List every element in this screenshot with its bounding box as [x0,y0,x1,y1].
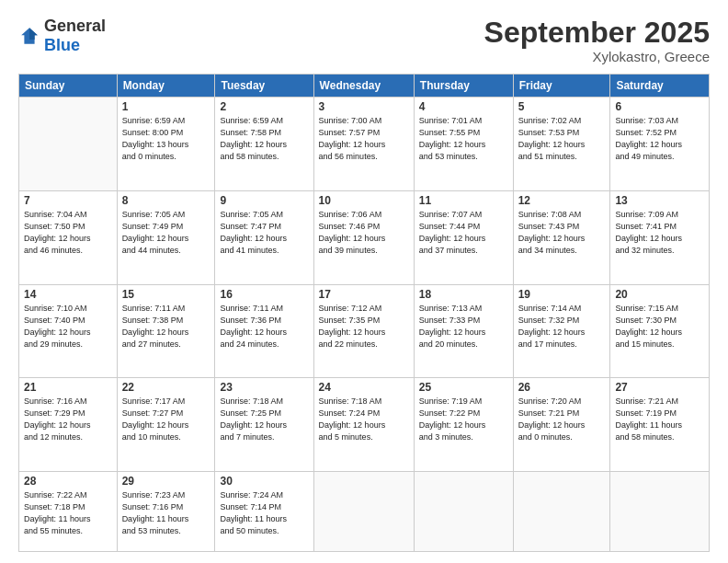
day-number: 23 [220,381,308,394]
location: Xylokastro, Greece [484,49,710,64]
table-row: 23Sunrise: 7:18 AM Sunset: 7:25 PM Dayli… [215,378,313,472]
day-number: 18 [419,288,508,301]
day-number: 11 [419,194,508,207]
day-number: 27 [615,381,704,394]
table-row: 28Sunrise: 7:22 AM Sunset: 7:18 PM Dayli… [19,472,118,552]
day-number: 14 [24,288,112,301]
logo-text: General Blue [44,17,106,55]
table-row: 9Sunrise: 7:05 AM Sunset: 7:47 PM Daylig… [215,190,313,284]
cell-info: Sunrise: 7:08 AM Sunset: 7:43 PM Dayligh… [518,209,606,257]
cell-info: Sunrise: 7:00 AM Sunset: 7:57 PM Dayligh… [319,115,409,163]
day-number: 20 [615,288,704,301]
cell-info: Sunrise: 6:59 AM Sunset: 8:00 PM Dayligh… [122,115,210,163]
table-row [610,472,710,552]
cell-info: Sunrise: 7:05 AM Sunset: 7:49 PM Dayligh… [122,209,210,257]
day-number: 10 [319,194,409,207]
month-title: September 2025 [484,17,710,49]
cell-info: Sunrise: 7:18 AM Sunset: 7:25 PM Dayligh… [220,396,308,443]
cell-info: Sunrise: 7:12 AM Sunset: 7:35 PM Dayligh… [319,303,409,350]
cell-info: Sunrise: 7:17 AM Sunset: 7:27 PM Dayligh… [122,396,210,443]
day-number: 30 [220,475,308,488]
day-number: 2 [220,100,308,113]
logo-icon [18,25,40,47]
cell-info: Sunrise: 7:23 AM Sunset: 7:16 PM Dayligh… [122,489,210,537]
table-row: 21Sunrise: 7:16 AM Sunset: 7:29 PM Dayli… [19,378,118,472]
table-row: 1Sunrise: 6:59 AM Sunset: 8:00 PM Daylig… [117,98,215,191]
calendar-table: Sunday Monday Tuesday Wednesday Thursday… [18,74,710,552]
cell-info: Sunrise: 7:11 AM Sunset: 7:36 PM Dayligh… [220,303,308,350]
col-saturday: Saturday [610,75,710,98]
day-number: 25 [419,381,508,394]
cell-info: Sunrise: 7:14 AM Sunset: 7:32 PM Dayligh… [518,303,606,350]
cell-info: Sunrise: 7:04 AM Sunset: 7:50 PM Dayligh… [24,209,112,257]
day-number: 16 [220,288,308,301]
day-number: 17 [319,288,409,301]
cell-info: Sunrise: 7:03 AM Sunset: 7:52 PM Dayligh… [615,115,704,163]
cell-info: Sunrise: 7:05 AM Sunset: 7:47 PM Dayligh… [220,209,308,257]
day-number: 15 [122,288,210,301]
cell-info: Sunrise: 7:22 AM Sunset: 7:18 PM Dayligh… [24,489,112,537]
cell-info: Sunrise: 7:07 AM Sunset: 7:44 PM Dayligh… [419,209,508,257]
table-row: 5Sunrise: 7:02 AM Sunset: 7:53 PM Daylig… [513,98,610,191]
day-number: 8 [122,194,210,207]
table-row: 16Sunrise: 7:11 AM Sunset: 7:36 PM Dayli… [215,284,313,378]
col-tuesday: Tuesday [215,75,313,98]
col-monday: Monday [117,75,215,98]
table-row: 11Sunrise: 7:07 AM Sunset: 7:44 PM Dayli… [414,190,513,284]
cell-info: Sunrise: 7:24 AM Sunset: 7:14 PM Dayligh… [220,489,308,537]
table-row: 20Sunrise: 7:15 AM Sunset: 7:30 PM Dayli… [610,284,710,378]
table-row: 27Sunrise: 7:21 AM Sunset: 7:19 PM Dayli… [610,378,710,472]
day-number: 29 [122,475,210,488]
day-number: 5 [518,100,606,113]
cell-info: Sunrise: 7:19 AM Sunset: 7:22 PM Dayligh… [419,396,508,443]
header: General Blue September 2025 Xylokastro, … [18,17,710,64]
day-number: 13 [615,194,704,207]
cell-info: Sunrise: 7:21 AM Sunset: 7:19 PM Dayligh… [615,396,704,443]
day-number: 4 [419,100,508,113]
cell-info: Sunrise: 7:18 AM Sunset: 7:24 PM Dayligh… [319,396,409,443]
table-row: 7Sunrise: 7:04 AM Sunset: 7:50 PM Daylig… [19,190,118,284]
cell-info: Sunrise: 7:06 AM Sunset: 7:46 PM Dayligh… [319,209,409,257]
day-number: 1 [122,100,210,113]
day-number: 9 [220,194,308,207]
table-row [313,472,414,552]
table-row: 15Sunrise: 7:11 AM Sunset: 7:38 PM Dayli… [117,284,215,378]
day-number: 6 [615,100,704,113]
day-number: 12 [518,194,606,207]
cell-info: Sunrise: 7:01 AM Sunset: 7:55 PM Dayligh… [419,115,508,163]
table-row: 12Sunrise: 7:08 AM Sunset: 7:43 PM Dayli… [513,190,610,284]
table-row: 24Sunrise: 7:18 AM Sunset: 7:24 PM Dayli… [313,378,414,472]
table-row: 13Sunrise: 7:09 AM Sunset: 7:41 PM Dayli… [610,190,710,284]
table-row: 30Sunrise: 7:24 AM Sunset: 7:14 PM Dayli… [215,472,313,552]
table-row: 14Sunrise: 7:10 AM Sunset: 7:40 PM Dayli… [19,284,118,378]
day-number: 19 [518,288,606,301]
col-sunday: Sunday [19,75,118,98]
table-row: 19Sunrise: 7:14 AM Sunset: 7:32 PM Dayli… [513,284,610,378]
logo-general: General [44,17,106,35]
table-row: 10Sunrise: 7:06 AM Sunset: 7:46 PM Dayli… [313,190,414,284]
cell-info: Sunrise: 7:16 AM Sunset: 7:29 PM Dayligh… [24,396,112,443]
cell-info: Sunrise: 6:59 AM Sunset: 7:58 PM Dayligh… [220,115,308,163]
table-row: 18Sunrise: 7:13 AM Sunset: 7:33 PM Dayli… [414,284,513,378]
day-number: 22 [122,381,210,394]
table-row [513,472,610,552]
col-friday: Friday [513,75,610,98]
day-number: 3 [319,100,409,113]
day-number: 26 [518,381,606,394]
logo-blue: Blue [44,36,80,54]
table-row: 25Sunrise: 7:19 AM Sunset: 7:22 PM Dayli… [414,378,513,472]
cell-info: Sunrise: 7:02 AM Sunset: 7:53 PM Dayligh… [518,115,606,163]
svg-marker-1 [29,28,38,40]
table-row: 3Sunrise: 7:00 AM Sunset: 7:57 PM Daylig… [313,98,414,191]
table-row: 26Sunrise: 7:20 AM Sunset: 7:21 PM Dayli… [513,378,610,472]
day-number: 28 [24,475,112,488]
cell-info: Sunrise: 7:20 AM Sunset: 7:21 PM Dayligh… [518,396,606,443]
day-number: 7 [24,194,112,207]
title-block: September 2025 Xylokastro, Greece [484,17,710,64]
table-row: 6Sunrise: 7:03 AM Sunset: 7:52 PM Daylig… [610,98,710,191]
table-row: 8Sunrise: 7:05 AM Sunset: 7:49 PM Daylig… [117,190,215,284]
day-number: 21 [24,381,112,394]
cell-info: Sunrise: 7:13 AM Sunset: 7:33 PM Dayligh… [419,303,508,350]
table-row: 22Sunrise: 7:17 AM Sunset: 7:27 PM Dayli… [117,378,215,472]
cell-info: Sunrise: 7:09 AM Sunset: 7:41 PM Dayligh… [615,209,704,257]
